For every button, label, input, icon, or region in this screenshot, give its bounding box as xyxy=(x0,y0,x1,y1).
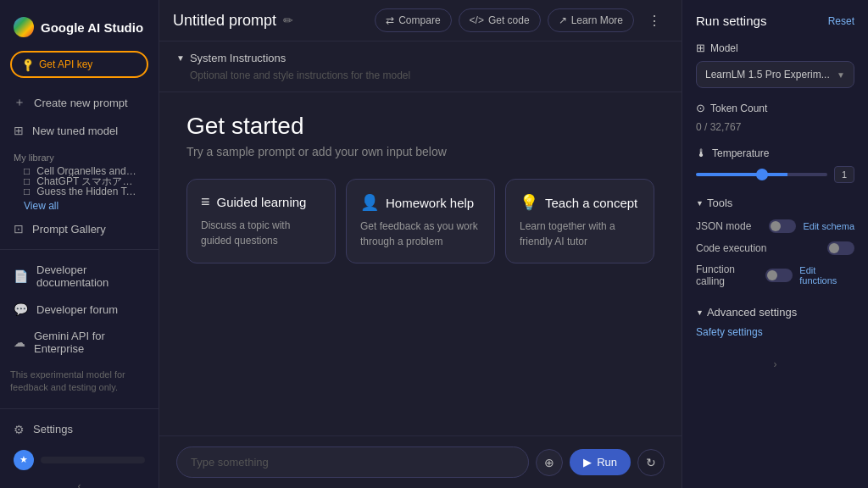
sidebar-toggle[interactable]: ‹ xyxy=(0,477,159,488)
code-icon: </> xyxy=(470,14,484,26)
guided-learning-header: ≡ Guided learning xyxy=(201,193,321,211)
topbar-actions: ⇄ Compare </> Get code ↗ Learn More ⋮ xyxy=(375,8,668,32)
prompt-gallery-label: Prompt Gallery xyxy=(32,223,106,236)
library-item-2[interactable]: □ ChatGPT スマホアプリ完... xyxy=(0,176,152,186)
edit-icon[interactable]: ✏ xyxy=(283,14,293,27)
teach-concept-header: 💡 Teach a concept xyxy=(520,193,640,212)
collapse-icon: ‹ xyxy=(78,480,81,488)
model-section: ⊞ Model LearnLM 1.5 Pro Experim... ▼ xyxy=(696,42,854,88)
token-value: 0 / 32,767 xyxy=(696,121,854,133)
run-icon: ▶ xyxy=(583,456,592,469)
temperature-slider[interactable] xyxy=(696,173,827,176)
panel-header: Run settings Reset xyxy=(696,14,854,28)
get-code-button[interactable]: </> Get code xyxy=(459,8,541,32)
toggle-knob-2 xyxy=(829,243,839,253)
settings-item[interactable]: ⚙ Settings xyxy=(0,416,152,443)
settings-icon: ⚙ xyxy=(14,423,25,436)
cloud-icon: ☁ xyxy=(14,336,25,349)
guided-learning-title: Guided learning xyxy=(217,195,307,209)
advanced-settings-section: ▼ Advanced settings Safety settings xyxy=(696,306,854,338)
content-area: Get started Try a sample prompt or add y… xyxy=(159,92,682,435)
model-select[interactable]: LearnLM 1.5 Pro Experim... ▼ xyxy=(696,61,854,88)
avatar: ★ xyxy=(14,450,34,470)
advanced-settings-header[interactable]: ▼ Advanced settings xyxy=(696,306,854,319)
reset-button[interactable]: Reset xyxy=(828,15,854,27)
code-execution-toggle[interactable] xyxy=(827,241,854,255)
panel-title: Run settings xyxy=(696,14,766,28)
json-mode-toggle[interactable] xyxy=(769,219,796,233)
temperature-section-label: Temperature xyxy=(712,147,769,159)
create-new-label: Create new prompt xyxy=(34,97,128,109)
panel-collapse-right[interactable]: › xyxy=(696,352,854,377)
divider-1 xyxy=(0,249,159,250)
tools-chevron-icon: ▼ xyxy=(696,199,704,208)
safety-settings-link[interactable]: Safety settings xyxy=(696,326,763,338)
teach-concept-icon: 💡 xyxy=(520,193,538,212)
library-item-text-3: Guess the Hidden Text xyxy=(36,186,138,197)
compare-button[interactable]: ⇄ Compare xyxy=(375,8,451,32)
system-instructions-placeholder: Optional tone and style instructions for… xyxy=(176,69,665,81)
doc-icon-1: □ xyxy=(24,166,30,176)
teach-concept-card[interactable]: 💡 Teach a concept Learn together with a … xyxy=(505,179,654,263)
new-tuned-model-item[interactable]: ⊞ New tuned model xyxy=(0,117,152,144)
guided-learning-card[interactable]: ≡ Guided learning Discuss a topic with g… xyxy=(186,179,336,263)
tune-icon: ⊞ xyxy=(14,124,24,137)
code-execution-label: Code execution xyxy=(696,242,766,254)
edit-schema-link[interactable]: Edit schema xyxy=(803,221,854,231)
sample-cards: ≡ Guided learning Discuss a topic with g… xyxy=(186,179,654,263)
system-instructions-header[interactable]: ▼ System Instructions xyxy=(176,52,665,64)
user-name-placeholder xyxy=(41,457,145,463)
homework-help-card[interactable]: 👤 Homework help Get feedback as you work… xyxy=(346,179,495,263)
dev-doc-item[interactable]: 📄 Developer documentation xyxy=(0,257,152,296)
logo-icon xyxy=(14,17,34,37)
settings-label: Settings xyxy=(33,423,73,435)
app-name: Google AI Studio xyxy=(41,20,143,35)
function-calling-toggle[interactable] xyxy=(765,269,793,282)
library-item-text-1: Cell Organelles and Funct... xyxy=(36,166,138,176)
plus-circle-icon: ⊕ xyxy=(544,456,554,469)
enterprise-item[interactable]: ☁ Gemini API for Enterprise xyxy=(0,323,152,362)
new-tuned-label: New tuned model xyxy=(32,125,118,137)
prompt-title: Untitled prompt xyxy=(173,12,276,30)
create-new-prompt-item[interactable]: ＋ Create new prompt xyxy=(0,88,152,117)
json-mode-row: JSON mode Edit schema xyxy=(696,219,854,233)
get-api-label: Get API key xyxy=(39,58,92,70)
sidebar-disclaimer: This experimental model for feedback and… xyxy=(0,362,159,402)
token-label: ⊙ Token Count xyxy=(696,102,854,114)
user-area[interactable]: ★ xyxy=(0,443,159,477)
temperature-section: 🌡 Temperature 1 xyxy=(696,147,854,183)
dev-forum-item[interactable]: 💬 Developer forum xyxy=(0,296,152,323)
message-input[interactable] xyxy=(176,446,529,478)
main-content: Untitled prompt ✏ ⇄ Compare </> Get code… xyxy=(159,0,682,488)
token-section-label: Token Count xyxy=(710,103,767,114)
temperature-label: 🌡 Temperature xyxy=(696,147,854,159)
view-all-link[interactable]: View all xyxy=(0,197,159,215)
guided-learning-icon: ≡ xyxy=(201,193,210,211)
learn-more-button[interactable]: ↗ Learn More xyxy=(548,8,634,32)
add-media-button[interactable]: ⊕ xyxy=(536,449,563,476)
get-api-button[interactable]: 🔑 Get API key xyxy=(10,51,148,78)
compare-icon: ⇄ xyxy=(386,14,394,26)
homework-help-header: 👤 Homework help xyxy=(360,193,481,212)
run-button[interactable]: ▶ Run xyxy=(570,449,631,475)
code-execution-row: Code execution xyxy=(696,241,854,255)
tools-section: ▼ Tools JSON mode Edit schema Code execu… xyxy=(696,197,854,296)
get-code-label: Get code xyxy=(488,14,530,26)
homework-help-icon: 👤 xyxy=(360,193,379,212)
gallery-icon: ⊡ xyxy=(14,222,24,236)
get-started-title: Get started xyxy=(186,113,304,140)
token-icon: ⊙ xyxy=(696,102,705,114)
chevron-icon: ▼ xyxy=(176,53,185,63)
refresh-button[interactable]: ↻ xyxy=(637,449,665,476)
model-value: LearnLM 1.5 Pro Experim... xyxy=(705,69,830,80)
prompt-gallery-item[interactable]: ⊡ Prompt Gallery xyxy=(0,215,152,242)
forum-icon: 💬 xyxy=(14,302,28,316)
tools-header: ▼ Tools xyxy=(696,197,854,209)
more-menu-button[interactable]: ⋮ xyxy=(641,9,668,32)
code-execution-actions xyxy=(827,241,854,255)
external-link-icon: ↗ xyxy=(559,14,567,26)
edit-functions-link[interactable]: Edit functions xyxy=(799,265,854,286)
expand-icon: › xyxy=(774,358,777,370)
library-item[interactable]: □ Cell Organelles and Funct... xyxy=(0,166,152,176)
library-item-3[interactable]: □ Guess the Hidden Text xyxy=(0,186,152,197)
